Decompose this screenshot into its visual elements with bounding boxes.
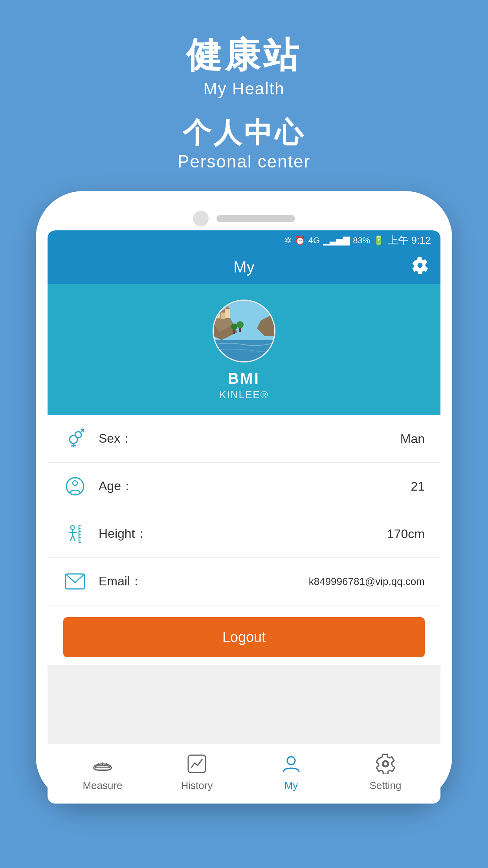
my-tab-label: My	[284, 780, 298, 792]
svg-rect-5	[216, 311, 220, 318]
profile-name: BMI	[228, 370, 260, 387]
spacer-area	[48, 665, 440, 744]
phone-notch	[48, 203, 440, 230]
settings-icon[interactable]	[411, 257, 429, 278]
email-row[interactable]: Email： k849996781@vip.qq.com	[48, 558, 440, 605]
gender-icon	[63, 427, 87, 451]
tab-my[interactable]: My	[244, 752, 338, 792]
status-bar: ✲ ⏰ 4G ▁▃▅▇ 83% 🔋 上午 9:12	[48, 230, 440, 250]
height-label: Height：	[99, 525, 375, 542]
svg-point-14	[237, 321, 244, 328]
profile-header: BMI KINLEE®	[48, 284, 440, 415]
status-icons: ✲ ⏰ 4G ▁▃▅▇ 83% 🔋	[284, 235, 384, 246]
page-title-chinese: 个人中心	[178, 114, 310, 152]
age-icon	[63, 474, 87, 498]
svg-point-22	[66, 478, 84, 495]
email-value: k849996781@vip.qq.com	[309, 576, 425, 588]
svg-point-23	[73, 481, 77, 485]
svg-rect-8	[217, 308, 220, 312]
nav-title: My	[233, 258, 254, 276]
my-icon	[279, 752, 303, 776]
battery-percent: 83%	[353, 235, 370, 246]
measure-icon	[91, 752, 114, 776]
tab-measure[interactable]: Measure	[55, 752, 150, 792]
avatar[interactable]	[213, 300, 275, 362]
svg-rect-44	[95, 767, 110, 770]
setting-tab-label: Setting	[370, 780, 402, 792]
logout-section: Logout	[48, 605, 440, 665]
battery-icon: 🔋	[373, 235, 384, 246]
email-icon	[63, 570, 87, 593]
logout-button[interactable]: Logout	[63, 617, 425, 657]
svg-rect-7	[225, 309, 230, 318]
bluetooth-icon: ✲	[284, 235, 292, 246]
height-icon	[63, 522, 87, 546]
phone-speaker	[216, 215, 295, 222]
measure-tab-label: Measure	[83, 780, 122, 792]
height-row[interactable]: Height： 170cm	[48, 510, 440, 558]
email-label: Email：	[99, 573, 297, 590]
app-title-chinese: 健康站	[186, 31, 302, 79]
age-row[interactable]: Age： 21	[48, 463, 440, 510]
svg-point-12	[231, 324, 237, 330]
svg-line-30	[73, 535, 75, 541]
history-icon	[185, 752, 209, 776]
tab-setting[interactable]: Setting	[338, 752, 433, 792]
setting-icon	[374, 752, 397, 776]
tab-history[interactable]: History	[150, 752, 244, 792]
svg-point-18	[75, 432, 81, 438]
svg-point-26	[71, 526, 75, 530]
svg-rect-45	[188, 755, 205, 772]
phone-screen: ✲ ⏰ 4G ▁▃▅▇ 83% 🔋 上午 9:12 My	[48, 230, 440, 804]
svg-point-46	[287, 757, 295, 765]
page-title-area: 个人中心 Personal center	[178, 114, 310, 171]
signal-text: 4G	[308, 235, 320, 246]
phone-camera	[193, 211, 209, 226]
svg-rect-6	[221, 313, 225, 319]
history-tab-label: History	[181, 780, 213, 792]
avatar-image	[214, 301, 275, 362]
profile-subtitle: KINLEE®	[219, 389, 269, 401]
bottom-tab-bar: Measure History My	[48, 744, 440, 804]
sex-label: Sex：	[99, 430, 389, 447]
height-value: 170cm	[387, 527, 425, 541]
nav-bar: My	[48, 250, 440, 284]
age-value: 21	[411, 479, 425, 494]
alarm-icon: ⏰	[295, 235, 305, 246]
sex-value: Man	[400, 432, 425, 446]
phone-mockup: ✲ ⏰ 4G ▁▃▅▇ 83% 🔋 上午 9:12 My	[36, 191, 452, 804]
status-time: 上午 9:12	[388, 234, 431, 247]
svg-marker-9	[216, 308, 220, 311]
info-section: Sex： Man Age： 21	[48, 415, 440, 605]
svg-line-29	[70, 535, 73, 541]
app-header: 健康站 My Health	[186, 31, 302, 98]
page-title-english: Personal center	[178, 152, 310, 171]
age-label: Age：	[99, 478, 399, 495]
app-title-english: My Health	[186, 79, 302, 98]
signal-bars: ▁▃▅▇	[323, 235, 350, 246]
sex-row[interactable]: Sex： Man	[48, 415, 440, 463]
